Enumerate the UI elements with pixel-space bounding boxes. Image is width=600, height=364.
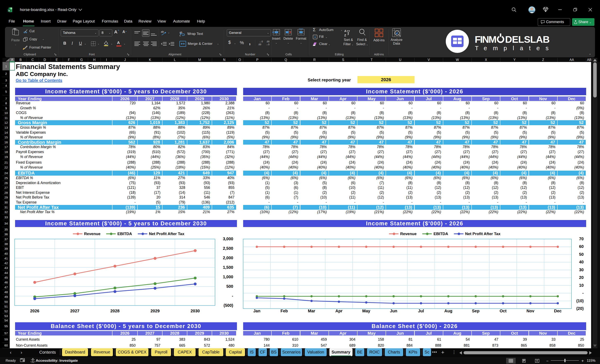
svg-text:Apr: Apr: [335, 309, 343, 313]
svg-text:May: May: [362, 309, 371, 313]
svg-text:70: 70: [579, 237, 584, 241]
svg-text:10: 10: [579, 283, 584, 288]
svg-text:x: x: [8, 9, 10, 12]
svg-text:Feb: Feb: [281, 309, 288, 313]
svg-text:.00: .00: [258, 43, 261, 46]
svg-text:(20): (20): [576, 306, 584, 311]
svg-text:30: 30: [579, 268, 584, 272]
svg-text:2026: 2026: [30, 309, 39, 313]
svg-text:60: 60: [579, 244, 584, 249]
svg-text:Jun: Jun: [390, 309, 397, 313]
svg-text:3,000: 3,000: [223, 237, 233, 241]
svg-text:2,000: 2,000: [223, 255, 233, 260]
svg-text:1,500: 1,500: [223, 265, 233, 270]
svg-text:DELSLAB: DELSLAB: [505, 34, 550, 45]
svg-text:40: 40: [579, 260, 584, 264]
svg-text:Mar: Mar: [308, 309, 315, 313]
svg-text:-: -: [582, 291, 584, 295]
svg-text:Z: Z: [344, 34, 346, 37]
svg-text:2,500: 2,500: [223, 246, 233, 251]
svg-text:Templates: Templates: [475, 45, 554, 51]
svg-text:Jul: Jul: [418, 309, 424, 313]
svg-text:←0: ←0: [259, 40, 263, 43]
svg-text:500: 500: [226, 284, 233, 289]
svg-text:-: -: [232, 293, 233, 298]
svg-text:ab: ab: [179, 31, 182, 34]
svg-text:FINM: FINM: [475, 34, 496, 45]
svg-text:Nov: Nov: [527, 309, 535, 313]
svg-text:→0: →0: [266, 43, 269, 46]
svg-text:1,000: 1,000: [223, 274, 233, 279]
svg-text:Sep: Sep: [472, 309, 479, 313]
svg-text:50: 50: [579, 252, 584, 257]
svg-text:2030: 2030: [191, 309, 200, 313]
svg-text:2028: 2028: [110, 309, 120, 313]
svg-text:20: 20: [579, 275, 584, 280]
svg-text:.00: .00: [266, 40, 269, 43]
svg-text:(500): (500): [224, 303, 233, 308]
svg-text:Jan: Jan: [253, 309, 260, 313]
svg-text:2029: 2029: [150, 309, 160, 313]
svg-text:2027: 2027: [70, 309, 80, 313]
svg-text:Dec: Dec: [554, 309, 562, 313]
svg-text:Aug: Aug: [444, 309, 452, 313]
svg-text:(10): (10): [576, 299, 584, 303]
svg-text:A: A: [344, 29, 347, 33]
svg-text:Oct: Oct: [500, 309, 507, 313]
svg-text:ab: ab: [161, 30, 164, 33]
